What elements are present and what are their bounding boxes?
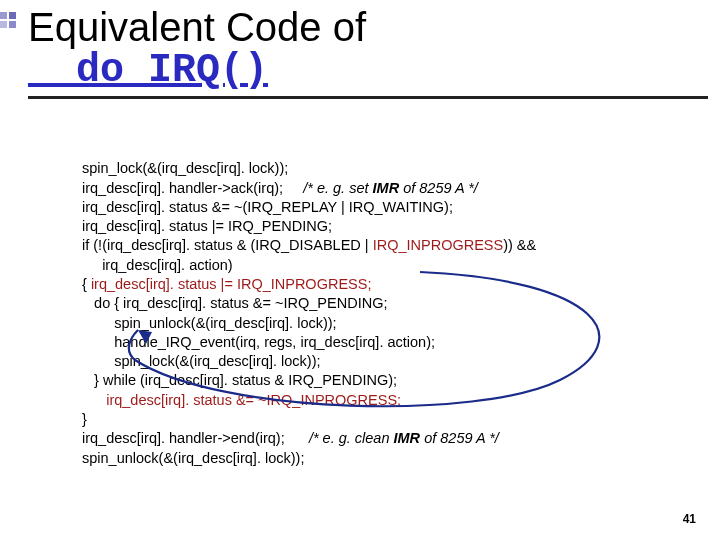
code-line: spin_lock(&(irq_desc[irq]. lock)); — [82, 353, 321, 369]
code-line: irq_desc[irq]. handler->end(irq); — [82, 430, 309, 446]
code-line: irq_desc[irq]. action) — [82, 257, 233, 273]
code-highlight: irq_desc[irq]. status &= ~IRQ_INPROGRESS… — [94, 392, 401, 408]
code-highlight: IRQ_INPROGRESS — [373, 237, 504, 253]
page-number: 41 — [683, 512, 696, 526]
code-line: irq_desc[irq]. handler->ack(irq); — [82, 180, 303, 196]
title-function: __do_IRQ() — [28, 50, 690, 96]
code-highlight: irq_desc[irq]. status |= IRQ_INPROGRESS; — [91, 276, 372, 292]
title-line1: Equivalent Code of — [28, 6, 690, 48]
code-line: handle_IRQ_event(irq, regs, irq_desc[irq… — [82, 334, 435, 350]
slide-title: Equivalent Code of __do_IRQ() — [28, 6, 690, 99]
code-line: )) && — [503, 237, 536, 253]
code-line: irq_desc[irq]. status |= IRQ_PENDING; — [82, 218, 332, 234]
code-line: spin_unlock(&(irq_desc[irq]. lock)); — [82, 315, 337, 331]
code-line: spin_lock(&(irq_desc[irq]. lock)); — [82, 160, 288, 176]
title-underline — [28, 96, 708, 99]
code-line: if (!(irq_desc[irq]. status & (IRQ_DISAB… — [82, 237, 373, 253]
code-comment: /* e. g. set IMR of 8259 A */ — [303, 180, 478, 196]
slide-corner-decoration — [0, 12, 18, 30]
code-line: spin_unlock(&(irq_desc[irq]. lock)); — [82, 450, 304, 466]
code-line: do { irq_desc[irq]. status &= ~IRQ_PENDI… — [82, 295, 387, 311]
code-comment: /* e. g. clean IMR of 8259 A */ — [309, 430, 499, 446]
code-line: irq_desc[irq]. status &= ~(IRQ_REPLAY | … — [82, 199, 453, 215]
code-body: spin_lock(&(irq_desc[irq]. lock)); irq_d… — [82, 140, 536, 468]
code-line: { — [82, 276, 91, 292]
code-line: irq_desc[irq]. status &= ~IRQ_INPROGRESS… — [82, 392, 401, 408]
code-line: } — [82, 411, 87, 427]
code-line: } while (irq_desc[irq]. status & IRQ_PEN… — [82, 372, 397, 388]
